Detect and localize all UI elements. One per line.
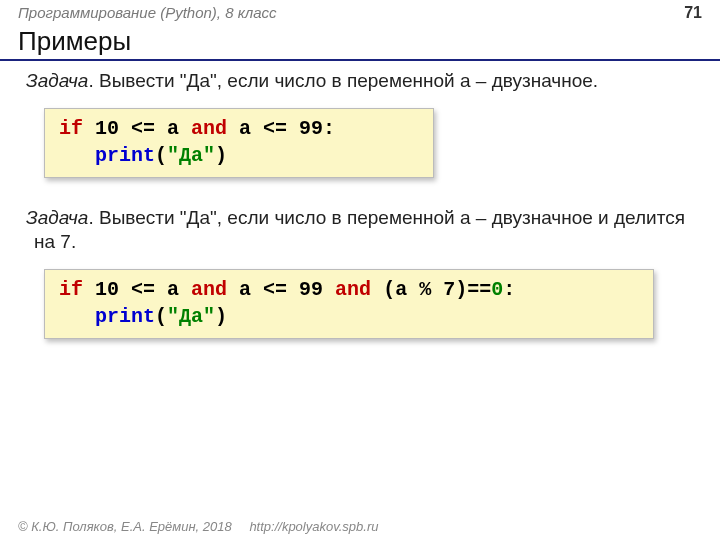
footer: © К.Ю. Поляков, Е.А. Ерёмин, 2018 http:/… bbox=[0, 519, 720, 534]
header-bar: Программирование (Python), 8 класс 71 bbox=[0, 0, 720, 24]
content-area: Задача. Вывести "Да", если число в перем… bbox=[0, 69, 720, 361]
footer-copyright: © К.Ю. Поляков, Е.А. Ерёмин, 2018 bbox=[18, 519, 232, 534]
course-label: Программирование (Python), 8 класс bbox=[18, 4, 277, 21]
task-1-text: . Вывести "Да", если число в переменной … bbox=[88, 70, 598, 91]
slide-title: Примеры bbox=[0, 24, 720, 61]
task-2-label: Задача bbox=[26, 207, 88, 228]
footer-url: http://kpolyakov.spb.ru bbox=[249, 519, 378, 534]
task-1: Задача. Вывести "Да", если число в перем… bbox=[26, 69, 702, 94]
code-block-1: if 10 <= a and a <= 99: print("Да") bbox=[44, 108, 434, 178]
task-2: Задача. Вывести "Да", если число в перем… bbox=[26, 206, 702, 255]
task-1-label: Задача bbox=[26, 70, 88, 91]
code-block-2: if 10 <= a and a <= 99 and (a % 7)==0: p… bbox=[44, 269, 654, 339]
task-2-text: . Вывести "Да", если число в переменной … bbox=[34, 207, 685, 253]
page-number: 71 bbox=[684, 4, 702, 22]
